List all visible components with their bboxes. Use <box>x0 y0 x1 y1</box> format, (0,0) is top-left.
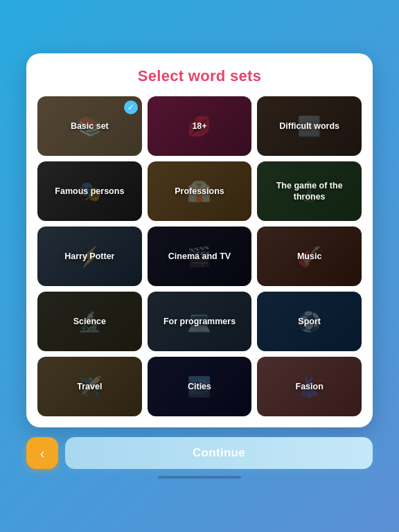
cell-label: Harry Potter <box>37 227 142 286</box>
word-set-18plus[interactable]: 💋18+ <box>148 96 252 156</box>
cell-label: Sport <box>257 292 362 351</box>
word-sets-card: Select word sets 📚Basic set✓💋18+🔤Difficu… <box>26 53 373 427</box>
word-set-harry[interactable]: ⚡Harry Potter <box>37 227 142 286</box>
word-set-professions[interactable]: 👔Professions <box>148 161 252 221</box>
cell-check-icon: ✓ <box>124 100 138 114</box>
word-set-famous[interactable]: 🎭Famous persons <box>37 161 142 221</box>
word-set-basic-set[interactable]: 📚Basic set✓ <box>37 96 142 156</box>
page-title: Select word sets <box>37 67 362 85</box>
back-icon: ‹ <box>40 445 45 461</box>
continue-button[interactable]: Continue <box>65 437 373 469</box>
home-indicator <box>158 476 241 479</box>
word-set-thrones[interactable]: ♟️The game of the thrones <box>257 161 362 221</box>
cell-label: Travel <box>37 357 142 416</box>
word-sets-grid: 📚Basic set✓💋18+🔤Difficult words🎭Famous p… <box>37 96 362 416</box>
bottom-bar: ‹ Continue <box>26 437 373 469</box>
word-set-programmers[interactable]: 💻For programmers <box>148 292 252 351</box>
back-button[interactable]: ‹ <box>26 437 58 469</box>
cell-label: Famous persons <box>37 161 142 221</box>
continue-label: Continue <box>193 446 245 459</box>
cell-label: Professions <box>148 161 252 221</box>
cell-label: For programmers <box>148 292 252 351</box>
cell-label: Fasion <box>257 357 362 416</box>
cell-label: 18+ <box>148 96 252 156</box>
cell-label: Music <box>257 227 362 286</box>
word-set-music[interactable]: 🎸Music <box>257 227 362 286</box>
cell-label: The game of the thrones <box>257 161 362 221</box>
cell-label: Cities <box>148 357 252 416</box>
word-set-travel[interactable]: ✈️Travel <box>37 357 142 416</box>
word-set-sport[interactable]: ⚽Sport <box>257 292 362 351</box>
word-set-cinema[interactable]: 🎬Cinema and TV <box>148 227 252 286</box>
word-set-science[interactable]: 🔬Science <box>37 292 142 351</box>
word-set-fasion[interactable]: 👗Fasion <box>257 357 362 416</box>
cell-label: Cinema and TV <box>148 227 252 286</box>
word-set-difficult[interactable]: 🔤Difficult words <box>257 96 362 156</box>
cell-label: Difficult words <box>257 96 362 156</box>
word-set-cities[interactable]: 🏙️Cities <box>148 357 252 416</box>
cell-label: Science <box>37 292 142 351</box>
